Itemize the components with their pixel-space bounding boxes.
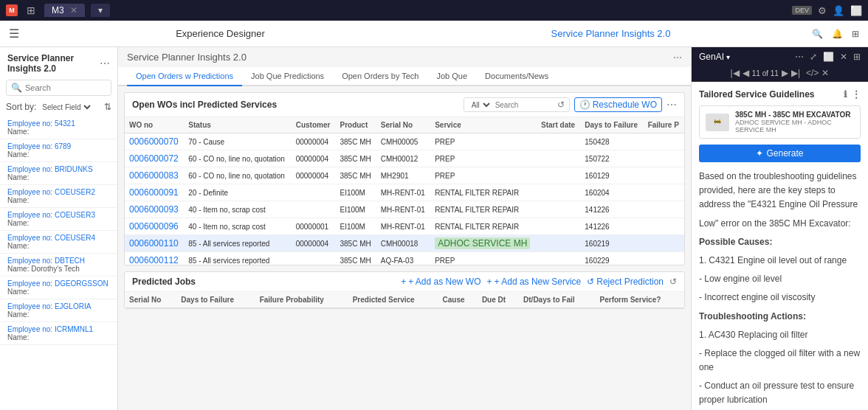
wo-link[interactable]: 0006000072 [129, 153, 179, 164]
nav-code-icon[interactable]: </> [806, 68, 819, 78]
emp-id[interactable]: Employee no: 6789 [7, 142, 110, 150]
table-more-icon[interactable]: ⋯ [666, 99, 677, 111]
machine-card: 🚧 385C MH - 385C MH EXCAVATOR ADHOC SERV… [699, 105, 861, 139]
emp-id[interactable]: Employee no: COEUSER4 [7, 234, 110, 242]
emp-name: Name: [7, 150, 110, 159]
sort-select[interactable]: Select Field [39, 102, 93, 112]
wo-link[interactable]: 0006000093 [129, 204, 179, 215]
nav-service-planner[interactable]: Service Planner Insights 2.0 [421, 28, 800, 39]
reschedule-wo-button[interactable]: 🕐 Reschedule WO [574, 97, 662, 112]
col-status: Status [184, 117, 291, 133]
emp-id[interactable]: Employee no: COEUSER3 [7, 211, 110, 219]
content-menu-icon[interactable]: ⋯ [673, 52, 682, 63]
genai-expand-icon[interactable]: ⤢ [810, 52, 817, 62]
col-product: Product [335, 117, 376, 133]
col-start-date: Start date [537, 117, 580, 133]
tab-m3-close-icon[interactable]: ✕ [70, 5, 78, 15]
generate-button[interactable]: ✦ Generate [699, 145, 861, 162]
genai-grid-icon[interactable]: ⊞ [853, 52, 861, 62]
nav-prev-icon[interactable]: ◀ [743, 68, 749, 78]
table-search-box[interactable]: All ↺ [464, 97, 570, 112]
emp-id[interactable]: Employee no: DBTECH [7, 257, 110, 265]
nav-close-icon[interactable]: ✕ [822, 68, 829, 78]
table-row[interactable]: 0006000112 85 - All services reported 38… [125, 252, 684, 265]
emp-id[interactable]: Employee no: ICRMMNL1 [7, 325, 110, 333]
emp-name: Name: [7, 242, 110, 250]
col-wo-no: WO no [125, 117, 184, 133]
genai-close-icon[interactable]: ✕ [840, 52, 847, 62]
table-row[interactable]: 0006000083 60 - CO no, line no, quotatio… [125, 167, 684, 184]
filter-select[interactable]: All [469, 100, 492, 110]
open-wo-title: Open WOs incl Predicted Services [132, 100, 277, 110]
list-item: Employee no: COEUSER3 Name: [0, 208, 117, 231]
table-row[interactable]: 0006000070 70 - Cause 00000004 385C MH C… [125, 133, 684, 150]
nav-last-icon[interactable]: ▶| [791, 68, 800, 78]
window-icon[interactable]: ⬜ [850, 5, 862, 16]
guidelines-more-icon[interactable]: ⋮ [852, 89, 861, 100]
sidebar-search-box[interactable]: 🔍 [6, 80, 111, 96]
sidebar-menu-icon[interactable]: ⋯ [100, 58, 110, 69]
wo-link[interactable]: 0006000091 [129, 187, 179, 198]
nav-grid-icon[interactable]: ⊞ [852, 29, 859, 39]
nav-bell-icon[interactable]: 🔔 [832, 29, 843, 39]
list-item: Employee no: BRIDUNKS Name: [0, 162, 117, 185]
emp-id[interactable]: Employee no: COEUSER2 [7, 188, 110, 196]
wo-link[interactable]: 0006000083 [129, 170, 179, 181]
emp-name: Name: [7, 288, 110, 296]
tab-job-que[interactable]: Job Que [427, 67, 476, 86]
genai-more-icon[interactable]: ⋯ [795, 52, 804, 62]
predicted-refresh-icon[interactable]: ↺ [669, 277, 677, 287]
sidebar-search-input[interactable] [25, 83, 106, 92]
wo-link[interactable]: 0006000110 [129, 238, 179, 249]
cause-viscosity: - Incorrect engine oil viscosity [699, 291, 861, 305]
tab-secondary-label: ▾ [98, 5, 103, 15]
guidelines-heading: Tailored Service Guidelines [699, 89, 815, 100]
genai-dropdown-icon[interactable]: ▾ [726, 53, 730, 61]
sort-icon[interactable]: ⇅ [104, 102, 111, 112]
tab-m3[interactable]: M3 ✕ [44, 4, 85, 17]
genai-fullscreen-icon[interactable]: ⬜ [823, 52, 834, 62]
tab-job-que-predictions[interactable]: Job Que Predictions [242, 67, 333, 86]
table-search-input[interactable] [495, 101, 554, 109]
wo-link[interactable]: 0006000096 [129, 221, 179, 232]
wo-link[interactable]: 0006000070 [129, 136, 179, 147]
emp-id[interactable]: Employee no: 54321 [7, 119, 110, 128]
predicted-actions: + + Add as New WO + + Add as New Service… [401, 277, 677, 287]
grid-icon[interactable]: ⊞ [27, 4, 35, 16]
main-layout: Service Planner Insights 2.0 ⋯ 🔍 Sort by… [0, 47, 868, 410]
dev-badge: DEV [792, 6, 812, 15]
add-new-service-button[interactable]: + + Add as New Service [487, 277, 582, 287]
col-predicted-service: Predicted Service [348, 292, 438, 308]
reject-prediction-button[interactable]: ↺ Reject Prediction [587, 277, 664, 287]
tab-secondary[interactable]: ▾ [91, 4, 110, 17]
table-row[interactable]: 0006000096 40 - Item no, scrap cost 0000… [125, 218, 684, 235]
open-wo-header: Open WOs incl Predicted Services All ↺ 🕐… [125, 93, 684, 117]
tab-open-orders-tech[interactable]: Open Orders by Tech [333, 67, 427, 86]
hamburger-icon[interactable]: ☰ [9, 27, 19, 41]
col-service: Service [430, 117, 537, 133]
table-row-highlighted[interactable]: 0006000110 85 - All services reported 00… [125, 235, 684, 252]
tab-documents[interactable]: Documents/News [476, 67, 557, 86]
table-row[interactable]: 0006000091 20 - Definite EI100M MH-RENT-… [125, 184, 684, 201]
emp-id[interactable]: Employee no: EJGLORIA [7, 302, 110, 310]
search-refresh-icon[interactable]: ↺ [557, 100, 565, 110]
user-icon[interactable]: 👤 [833, 5, 844, 16]
col-days-failure: Days to Failure [176, 292, 255, 308]
settings-icon[interactable]: ⚙ [818, 5, 827, 16]
table-row[interactable]: 0006000072 60 - CO no, line no, quotatio… [125, 150, 684, 167]
tab-open-orders[interactable]: Open Orders w Predictions [127, 67, 242, 86]
add-new-wo-button[interactable]: + + Add as New WO [401, 277, 480, 287]
guidelines-info-icon[interactable]: ℹ [844, 89, 847, 100]
emp-id[interactable]: Employee no: BRIDUNKS [7, 165, 110, 173]
nav-experience-designer[interactable]: Experience Designer [31, 28, 410, 39]
content-area: Service Planner Insights 2.0 ⋯ Open Orde… [118, 47, 691, 410]
wo-link[interactable]: 0006000112 [129, 255, 179, 265]
nav-next-icon[interactable]: ▶ [782, 68, 788, 78]
list-item: Employee no: COEUSER4 Name: [0, 231, 117, 254]
nav-search-icon[interactable]: 🔍 [812, 29, 823, 39]
table-row[interactable]: 0006000093 40 - Item no, scrap cost EI10… [125, 201, 684, 218]
emp-id[interactable]: Employee no: DGEORGSSON [7, 279, 110, 288]
nav-first-icon[interactable]: |◀ [731, 68, 740, 78]
genai-title: GenAI ▾ [699, 52, 730, 62]
page-title: Service Planner Insights 2.0 [127, 52, 247, 63]
